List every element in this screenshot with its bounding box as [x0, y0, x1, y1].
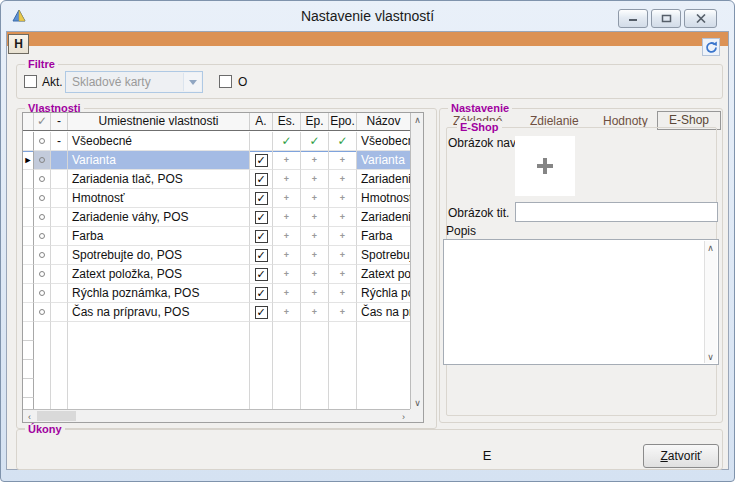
- active-checkbox[interactable]: ✓: [255, 249, 268, 262]
- scroll-right-icon[interactable]: ›: [397, 410, 410, 423]
- state-cell: [34, 246, 51, 265]
- es-cell: +: [273, 227, 301, 246]
- es-cell: +: [273, 284, 301, 303]
- empty-cell: [329, 398, 357, 409]
- col-es[interactable]: Es.: [273, 113, 301, 130]
- table-row[interactable]: Zariadenia tlač, POS✓+++Zariadenia tlač,…: [23, 170, 410, 189]
- table-row[interactable]: Zariadenie váhy, POS✓+++Zariadenie váhy,…: [23, 208, 410, 227]
- zatvorit-button[interactable]: Zatvoriť: [643, 444, 719, 468]
- filter-combobox[interactable]: Skladové karty: [65, 71, 203, 93]
- empty-cell: [301, 379, 329, 398]
- help-button[interactable]: H: [8, 34, 29, 54]
- placement-cell: Spotrebujte do, POS: [68, 246, 250, 265]
- state-cell: [34, 189, 51, 208]
- active-checkbox[interactable]: ✓: [255, 306, 268, 319]
- col-dash[interactable]: -: [51, 113, 68, 130]
- properties-grid: ✓ - Umiestnenie vlastnosti A. Es. Ep. Ep…: [22, 112, 424, 423]
- col-epo[interactable]: Epo.: [329, 113, 357, 130]
- name-cell: Zatext položka, POS: [357, 265, 410, 284]
- active-checkbox[interactable]: ✓: [255, 154, 268, 167]
- active-checkbox[interactable]: ✓: [255, 287, 268, 300]
- refresh-button[interactable]: [702, 38, 720, 56]
- obrazok-tit-input[interactable]: [515, 202, 718, 222]
- active-checkbox[interactable]: ✓: [255, 268, 268, 281]
- ep-cell: +: [301, 227, 329, 246]
- plus-icon: +: [340, 174, 345, 184]
- table-row[interactable]: Spotrebujte do, POS✓+++Spotrebujte do, P…: [23, 246, 410, 265]
- col-name[interactable]: Názov: [357, 113, 410, 130]
- popis-scrollbar[interactable]: ∧ ∨: [704, 241, 717, 363]
- check-icon: ✓: [281, 134, 291, 148]
- col-ep[interactable]: Ep.: [301, 113, 329, 130]
- state-cell: [34, 151, 51, 170]
- tab-hodnoty[interactable]: Hodnoty: [603, 114, 648, 128]
- grid-horizontal-scrollbar[interactable]: ‹ ›: [23, 409, 410, 422]
- empty-cell: [301, 322, 329, 341]
- dash-cell: [51, 303, 68, 322]
- empty-cell: [51, 398, 68, 409]
- close-button[interactable]: [684, 9, 717, 28]
- table-row[interactable]: Čas na prípravu, POS✓+++Čas na prípravu,…: [23, 303, 410, 322]
- empty-cell: [250, 360, 273, 379]
- table-row[interactable]: Zatext položka, POS✓+++Zatext položka, P…: [23, 265, 410, 284]
- col-active[interactable]: A.: [250, 113, 273, 130]
- empty-cell: [23, 360, 34, 379]
- empty-cell: [23, 341, 34, 360]
- plus-icon: +: [284, 231, 289, 241]
- record-state-icon: [39, 176, 45, 182]
- empty-cell: [357, 322, 410, 341]
- grid-header[interactable]: ✓ - Umiestnenie vlastnosti A. Es. Ep. Ep…: [23, 113, 410, 131]
- table-row[interactable]: Hmotnosť✓+++Hmotnosť: [23, 189, 410, 208]
- col-placement[interactable]: Umiestnenie vlastnosti: [68, 113, 250, 130]
- row-selector-cell: [23, 227, 34, 246]
- empty-cell: [68, 322, 250, 341]
- table-row[interactable]: Farba✓+++Farba: [23, 227, 410, 246]
- ep-cell: ✓: [301, 132, 329, 151]
- empty-cell: [68, 379, 250, 398]
- scroll-left-icon[interactable]: ‹: [23, 410, 36, 423]
- minimize-button[interactable]: [618, 9, 648, 28]
- plus-icon: +: [340, 155, 345, 165]
- maximize-button[interactable]: [651, 9, 681, 28]
- table-row[interactable]: -Všeobecné✓✓✓Všeobecné: [23, 132, 410, 151]
- table-row[interactable]: ►Varianta✓+++Varianta: [23, 151, 410, 170]
- title-bar[interactable]: Nastavenie vlastností: [1, 1, 734, 31]
- name-cell: Čas na prípravu, POS: [357, 303, 410, 322]
- akt-checkbox[interactable]: [24, 75, 37, 88]
- es-cell: +: [273, 208, 301, 227]
- plus-icon: +: [312, 174, 317, 184]
- active-checkbox[interactable]: ✓: [255, 192, 268, 205]
- active-checkbox[interactable]: ✓: [255, 230, 268, 243]
- dash-cell: [51, 284, 68, 303]
- es-cell: +: [273, 170, 301, 189]
- record-state-icon: [39, 157, 45, 163]
- epo-cell: +: [329, 170, 357, 189]
- obrazok-nav-dropzone[interactable]: [515, 136, 575, 196]
- placement-cell: Hmotnosť: [68, 189, 250, 208]
- o-checkbox[interactable]: [219, 75, 232, 88]
- o-label: O: [238, 75, 247, 89]
- empty-cell: [34, 322, 51, 341]
- scroll-up-icon[interactable]: ∧: [704, 241, 717, 254]
- settings-group-label: Nastavenie: [448, 102, 512, 114]
- active-cell: ✓: [250, 189, 273, 208]
- eshop-group-label: E-Shop: [457, 121, 502, 133]
- scrollbar-thumb[interactable]: [37, 411, 76, 421]
- empty-cell: [301, 341, 329, 360]
- dialog-content: H Filtre Akt. Skladové karty O Vlastnost…: [6, 31, 729, 470]
- placement-cell: Čas na prípravu, POS: [68, 303, 250, 322]
- scroll-down-icon[interactable]: ∨: [704, 350, 717, 363]
- scroll-up-icon[interactable]: ∧: [411, 113, 424, 126]
- table-row[interactable]: Rýchla poznámka, POS✓+++Rýchla poznámka,…: [23, 284, 410, 303]
- popis-textarea[interactable]: ∧ ∨: [443, 239, 719, 365]
- row-selector-cell: [23, 265, 34, 284]
- epo-cell: +: [329, 246, 357, 265]
- tab-zdielanie[interactable]: Zdielanie: [530, 114, 579, 128]
- epo-cell: +: [329, 227, 357, 246]
- active-checkbox[interactable]: ✓: [255, 173, 268, 186]
- grid-vertical-scrollbar[interactable]: ∧ ∨: [410, 113, 423, 409]
- empty-cell: [250, 379, 273, 398]
- scroll-down-icon[interactable]: ∨: [411, 396, 424, 409]
- col-state[interactable]: ✓: [34, 113, 51, 130]
- active-checkbox[interactable]: ✓: [255, 211, 268, 224]
